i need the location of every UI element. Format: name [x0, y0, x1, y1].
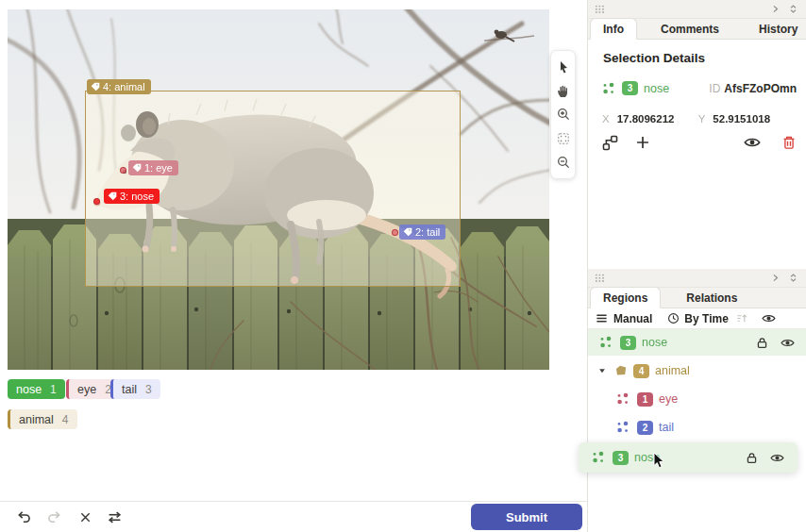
info-tabbar: Info Comments History	[588, 19, 806, 40]
mouse-cursor	[653, 452, 664, 469]
label-chip-text: tail	[122, 383, 137, 396]
eye-icon[interactable]	[770, 451, 784, 465]
regions-pane: Regions Relations Manual By Time 3 nose	[588, 269, 806, 532]
tab-regions[interactable]: Regions	[590, 287, 661, 308]
tag-icon	[132, 163, 142, 173]
tab-info[interactable]: Info	[590, 18, 637, 40]
regions-panel-header	[588, 269, 806, 288]
annotation-image[interactable]: 4: animal 1: eye 3: nose 2: tail	[8, 9, 549, 370]
sort-direction-icon[interactable]	[736, 312, 748, 324]
region-label: tail	[659, 421, 674, 434]
region-row-eye[interactable]: 1 eye	[588, 386, 806, 412]
undo-icon	[17, 510, 31, 524]
drag-handle-icon[interactable]	[595, 274, 605, 282]
label-chip-hotkey: 3	[145, 383, 152, 396]
select-tool-button[interactable]	[552, 56, 574, 77]
selection-details-title: Selection Details	[603, 51, 705, 65]
fit-screen-button[interactable]	[552, 127, 574, 149]
eye-icon[interactable]	[781, 336, 795, 350]
group-by-button[interactable]: Manual	[613, 312, 652, 325]
redo-button[interactable]	[45, 508, 62, 525]
region-label: eye	[659, 392, 678, 406]
reset-button[interactable]	[76, 508, 93, 525]
x-value: 17.8096212	[617, 113, 685, 125]
submit-button[interactable]: Submit	[471, 504, 582, 530]
tail-keypoint[interactable]	[392, 229, 398, 236]
clock-icon[interactable]	[667, 312, 680, 324]
y-label: Y	[698, 113, 706, 125]
tab-relations[interactable]: Relations	[674, 288, 749, 308]
tab-label: Relations	[686, 291, 737, 305]
tail-keypoint-label-text: 2: tail	[415, 224, 440, 240]
region-row-tail[interactable]: 2 tail	[588, 414, 806, 441]
region-id: ID AfsFZoPOmn	[709, 82, 797, 95]
order-by-button[interactable]: By Time	[684, 312, 728, 325]
lock-icon[interactable]	[756, 337, 768, 349]
nose-keypoint-label[interactable]: 3: nose	[104, 189, 160, 204]
chevron-right-icon[interactable]	[770, 273, 781, 283]
region-row-nose[interactable]: 3 nose	[588, 329, 806, 356]
visibility-icon[interactable]	[744, 134, 761, 151]
tag-icon	[403, 227, 412, 237]
keypoints-icon	[616, 421, 630, 434]
zoom-out-icon	[557, 156, 570, 169]
animal-box-label-text: 4: animal	[103, 79, 145, 94]
id-value: AfsFZoPOmn	[724, 82, 797, 95]
animal-box-label[interactable]: 4: animal	[87, 79, 151, 94]
info-panel-header	[588, 0, 806, 19]
region-badge: 3	[622, 81, 638, 95]
label-chip-tail[interactable]: tail 3	[110, 379, 160, 399]
y-value: 52.9151018	[713, 113, 779, 125]
region-badge: 3	[620, 336, 636, 350]
relations-icon[interactable]	[602, 135, 618, 151]
eye-keypoint[interactable]	[120, 167, 126, 174]
toggle-all-visibility-icon[interactable]	[762, 311, 776, 325]
label-chip-text: animal	[19, 413, 54, 426]
tab-history[interactable]: History	[747, 19, 806, 39]
drag-handle-icon[interactable]	[595, 5, 605, 13]
zoom-in-button[interactable]	[552, 104, 574, 125]
add-relation-icon[interactable]	[635, 135, 650, 150]
tail-keypoint-label[interactable]: 2: tail	[399, 224, 445, 240]
pan-tool-button[interactable]	[552, 80, 574, 102]
tab-comments[interactable]: Comments	[648, 19, 731, 39]
close-icon	[79, 511, 92, 524]
undo-button[interactable]	[15, 508, 32, 525]
swap-arrows-icon	[108, 510, 122, 524]
region-row-nose-dragging[interactable]: 3 nose	[579, 442, 798, 473]
fit-screen-icon	[557, 132, 570, 145]
tab-label: Info	[603, 23, 624, 36]
label-chip-nose[interactable]: nose 1	[8, 379, 65, 399]
region-badge: 2	[637, 421, 653, 435]
coordinates-row: X 17.8096212 Y 52.9151018	[602, 113, 779, 125]
keypoints-icon	[602, 82, 615, 95]
chevron-right-icon[interactable]	[770, 4, 781, 14]
zoom-in-icon	[557, 108, 570, 121]
region-badge: 4	[633, 364, 649, 378]
nose-keypoint[interactable]	[93, 198, 100, 205]
swap-button[interactable]	[106, 508, 123, 525]
regions-tabbar: Regions Relations	[588, 288, 806, 308]
tab-label: Comments	[661, 23, 719, 36]
rectangle-region-icon	[614, 364, 628, 377]
region-name: nose	[644, 82, 669, 95]
keypoints-icon	[616, 392, 630, 406]
collapse-panel-icon[interactable]	[788, 273, 798, 283]
eye-keypoint-label-text: 1: eye	[144, 160, 173, 175]
zoom-out-button[interactable]	[552, 152, 574, 174]
eye-keypoint-label[interactable]: 1: eye	[128, 160, 178, 175]
label-chip-hotkey: 4	[62, 413, 69, 426]
submit-label: Submit	[506, 510, 547, 524]
group-menu-icon[interactable]	[596, 312, 608, 324]
annotation-app: 4: animal 1: eye 3: nose 2: tail nose 1 …	[0, 0, 806, 532]
hand-icon	[556, 84, 570, 98]
caret-down-icon[interactable]	[597, 366, 607, 375]
region-row-animal[interactable]: 4 animal	[588, 357, 806, 384]
regions-toolbar: Manual By Time	[588, 308, 806, 329]
lock-icon[interactable]	[746, 452, 758, 464]
side-panel: Info Comments History Selection Details …	[587, 0, 806, 532]
tab-label: Regions	[603, 291, 647, 305]
delete-region-icon[interactable]	[781, 135, 797, 150]
label-chip-animal[interactable]: animal 4	[8, 409, 77, 429]
collapse-panel-icon[interactable]	[788, 4, 798, 14]
